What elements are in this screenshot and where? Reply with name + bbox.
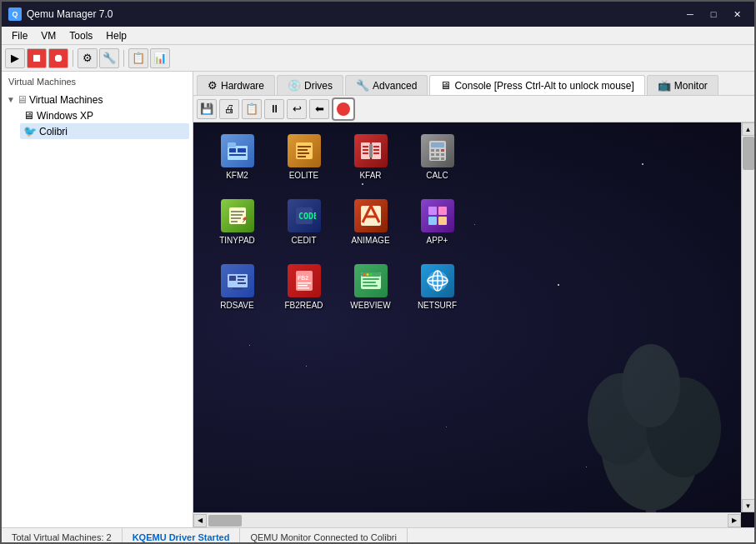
desktop-icon-kfm2[interactable]: KFM2	[210, 131, 264, 183]
console-btn-clipboard[interactable]: 📋	[242, 99, 262, 119]
console-btn-save[interactable]: 💾	[197, 99, 217, 119]
fb2read-svg: FB2	[293, 269, 316, 292]
console-area[interactable]: KFM2	[193, 122, 754, 527]
record-button[interactable]	[332, 97, 355, 121]
toolbar-btn-4[interactable]: ⚙	[78, 48, 98, 68]
tinypad-icon-img	[221, 199, 254, 232]
scrollbar-horizontal[interactable]: ◀ ▶	[193, 512, 741, 527]
tab-console-label: Console [Press Ctrl-Alt to unlock mouse]	[454, 80, 633, 92]
maximize-button[interactable]: □	[703, 6, 724, 22]
svg-rect-23	[441, 149, 444, 152]
svg-rect-54	[298, 285, 308, 287]
console-inner: KFM2	[193, 122, 754, 527]
tab-console[interactable]: 🖥 Console [Press Ctrl-Alt to unlock mous…	[429, 75, 644, 95]
menu-file[interactable]: File	[5, 28, 34, 43]
desktop-icon-kfar[interactable]: KFAR	[343, 131, 398, 183]
menu-vm[interactable]: VM	[34, 28, 63, 43]
svg-rect-1	[228, 142, 236, 147]
scroll-thumb-v[interactable]	[743, 137, 754, 170]
tab-drives[interactable]: 💿 Drives	[277, 75, 343, 95]
tree-root-row[interactable]: ▼ 🖥 Virtual Machines	[5, 92, 189, 107]
star-2	[474, 224, 475, 225]
tree-folder-icon: 🖥	[17, 93, 28, 106]
close-button[interactable]: ✕	[726, 6, 748, 22]
tab-drives-label: Drives	[304, 80, 333, 92]
console-btn-back[interactable]: ⬅	[309, 99, 329, 119]
sidebar-title: Virtual Machines	[5, 75, 189, 88]
star-4	[306, 366, 307, 367]
svg-rect-26	[441, 153, 444, 156]
scroll-thumb-h[interactable]	[208, 515, 242, 527]
tinypad-label: TINYPAD	[219, 236, 255, 245]
svg-rect-48	[238, 279, 244, 281]
right-panel: ⚙ Hardware 💿 Drives 🔧 Advanced 🖥 Console…	[193, 72, 754, 527]
svg-rect-50	[233, 287, 243, 290]
desktop-icon-calc[interactable]: CALC	[410, 131, 464, 183]
desktop-icon-webview[interactable]: WEBVIEW	[343, 261, 398, 313]
tree-item-colibri[interactable]: 🐦 Colibri	[20, 123, 189, 139]
console-btn-print[interactable]: 🖨	[219, 99, 239, 119]
svg-rect-42	[438, 207, 447, 215]
console-btn-pause[interactable]: ⏸	[264, 99, 284, 119]
svg-point-73	[622, 344, 680, 427]
kfm2-label: KFM2	[226, 171, 248, 180]
tree-item-windows-xp[interactable]: 🖥 Windows XP	[20, 107, 189, 123]
tree-root-label: Virtual Machines	[29, 94, 103, 106]
scroll-right-button[interactable]: ▶	[728, 514, 741, 527]
desktop-icon-rdsave[interactable]: RDSAVE	[210, 261, 264, 313]
svg-text:CODE: CODE	[298, 212, 316, 221]
netsurf-svg	[426, 269, 449, 292]
toolbar-btn-5[interactable]: 🔧	[99, 48, 119, 68]
menu-help[interactable]: Help	[99, 28, 133, 43]
vm-icon-windows-xp: 🖥	[23, 109, 34, 122]
tab-hardware[interactable]: ⚙ Hardware	[197, 75, 275, 95]
rdsave-svg	[226, 269, 249, 292]
tab-advanced[interactable]: 🔧 Advanced	[345, 75, 428, 95]
tree-expand-icon[interactable]: ▼	[7, 95, 15, 104]
tree-sub-colibri: 🐦 Colibri	[20, 123, 189, 139]
cedit-label: CEDIT	[292, 236, 317, 245]
hardware-tab-icon: ⚙	[208, 79, 218, 92]
svg-rect-20	[431, 142, 444, 147]
toolbar-btn-1[interactable]: ▶	[5, 48, 25, 68]
webview-icon-img	[354, 264, 388, 297]
status-kqemu-text: KQEMU Driver Started	[133, 532, 230, 542]
status-total: Total Virtual Machines: 2	[8, 528, 123, 544]
svg-rect-8	[298, 152, 309, 154]
scrollbar-vertical[interactable]: ▲ ▼	[741, 122, 754, 512]
kfar-svg	[359, 139, 383, 162]
desktop-icon-animage[interactable]: ANIMAGE	[343, 196, 398, 248]
kfar-icon-img	[354, 134, 388, 167]
desktop-icon-appplus[interactable]: APP+	[410, 196, 464, 248]
toolbar-btn-2[interactable]: ⏹	[27, 48, 47, 68]
scroll-down-button[interactable]: ▼	[742, 499, 755, 512]
svg-rect-6	[298, 146, 311, 147]
rdsave-icon-img	[221, 264, 254, 297]
animage-label: ANIMAGE	[351, 236, 389, 245]
toolbar-btn-3[interactable]: ⏺	[48, 48, 68, 68]
svg-rect-14	[363, 149, 368, 151]
menu-bar: File VM Tools Help	[2, 27, 754, 45]
advanced-tab-icon: 🔧	[356, 79, 369, 92]
minimize-button[interactable]: ─	[679, 6, 701, 22]
kfm2-svg	[226, 139, 249, 162]
tab-monitor-label: Monitor	[674, 80, 708, 92]
fb2read-label: FB2READ	[284, 301, 323, 310]
desktop-icon-eolite[interactable]: EOLITE	[277, 131, 331, 183]
console-btn-record[interactable]: ↩	[287, 99, 307, 119]
svg-rect-7	[298, 149, 308, 151]
toolbar-btn-7[interactable]: 📊	[150, 48, 170, 68]
desktop-icon-fb2read[interactable]: FB2 FB2READ	[277, 261, 331, 313]
scroll-up-button[interactable]: ▲	[742, 122, 755, 136]
eolite-label: EOLITE	[289, 171, 319, 180]
svg-rect-24	[431, 153, 434, 156]
scroll-left-button[interactable]: ◀	[193, 514, 207, 527]
desktop-icons-grid: KFM2	[210, 131, 468, 313]
desktop-icon-tinypad[interactable]: TINYPAD	[210, 196, 264, 248]
desktop-icon-cedit[interactable]: CODE CEDIT	[277, 196, 331, 248]
menu-tools[interactable]: Tools	[63, 28, 99, 43]
toolbar-btn-6[interactable]: 📋	[128, 48, 148, 68]
tab-monitor[interactable]: 📺 Monitor	[647, 75, 718, 95]
desktop-icon-netsurf[interactable]: NETSURF	[410, 261, 464, 313]
svg-rect-0	[228, 146, 248, 160]
